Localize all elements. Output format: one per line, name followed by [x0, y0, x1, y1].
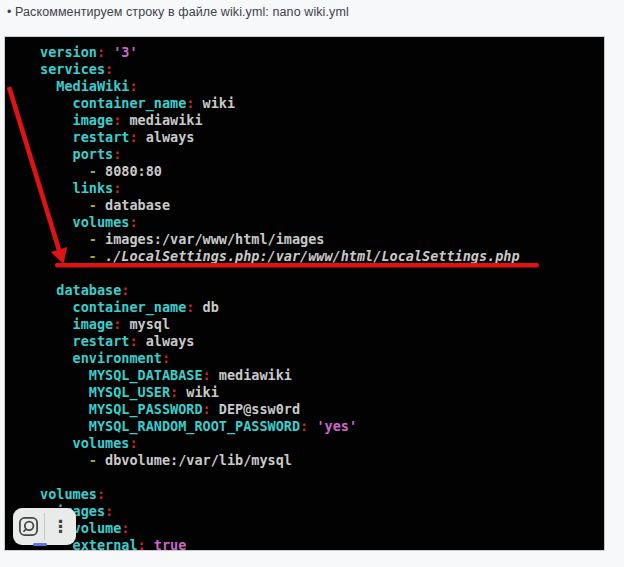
terminal-line: database:: [40, 282, 604, 299]
blue-mark: [33, 543, 47, 546]
terminal-line: container_name: wiki: [40, 95, 604, 112]
terminal-line: MediaWiki:: [40, 78, 604, 95]
terminal-line: container_name: db: [40, 299, 604, 316]
terminal-body: version: '3'services: MediaWiki: contain…: [5, 37, 604, 550]
terminal-line: [40, 469, 604, 486]
terminal-line: image: mysql: [40, 316, 604, 333]
terminal-line: links:: [40, 180, 604, 197]
terminal-line: image: mediawiki: [40, 112, 604, 129]
terminal-line: - 8080:80: [40, 163, 604, 180]
terminal-line: external: true: [40, 537, 604, 554]
terminal-line: - images:/var/www/html/images: [40, 231, 604, 248]
lens-search-icon: [18, 516, 39, 537]
terminal-line: services:: [40, 61, 604, 78]
terminal-line: - ./LocalSettings.php:/var/www/html/Loca…: [40, 248, 604, 265]
terminal-line: restart: always: [40, 129, 604, 146]
terminal-line: volumes:: [40, 435, 604, 452]
caption: • Раскомментируем строку в файле wiki.ym…: [7, 5, 349, 19]
terminal-line: MYSQL_RANDOM_ROOT_PASSWORD: 'yes': [40, 418, 604, 435]
terminal-line: [40, 265, 604, 282]
terminal-line: ports:: [40, 146, 604, 163]
terminal-line: - dbvolume:/var/lib/mysql: [40, 452, 604, 469]
search-with-image-button[interactable]: [13, 508, 44, 545]
terminal-screenshot: version: '3'services: MediaWiki: contain…: [4, 36, 605, 551]
terminal-line: images:: [40, 503, 604, 520]
terminal-line: restart: always: [40, 333, 604, 350]
terminal-line: environment:: [40, 350, 604, 367]
terminal-line: volumes:: [40, 214, 604, 231]
document-page: • Раскомментируем строку в файле wiki.ym…: [0, 0, 624, 567]
more-options-button[interactable]: ⋮: [45, 508, 76, 545]
kebab-menu-icon: ⋮: [52, 518, 69, 535]
caption-text: • Раскомментируем строку в файле wiki.ym…: [7, 5, 349, 19]
terminal-line: MYSQL_DATABASE: mediawiki: [40, 367, 604, 384]
terminal-line: MYSQL_PASSWORD: DEP@ssw0rd: [40, 401, 604, 418]
terminal-line: volumes:: [40, 486, 604, 503]
image-tools-popup: ⋮: [13, 508, 76, 545]
terminal-line: version: '3': [40, 44, 604, 61]
terminal-line: dbvolume:: [40, 520, 604, 537]
terminal-line: MYSQL_USER: wiki: [40, 384, 604, 401]
terminal-line: - database: [40, 197, 604, 214]
